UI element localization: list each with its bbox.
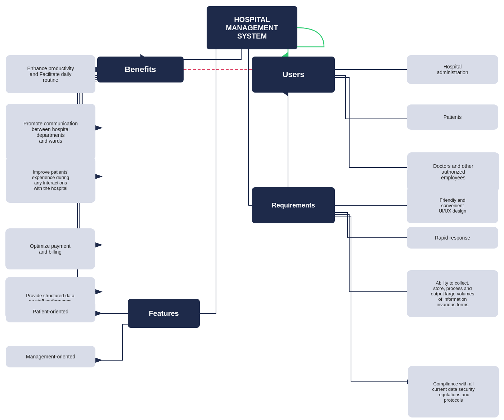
leaf-patients: Patients — [407, 104, 498, 130]
requirements-node: Requirements — [252, 187, 335, 223]
leaf-ability-collect: Ability to collect,store, process andout… — [407, 270, 498, 317]
leaf-hospital-admin: Hospitaladministration — [407, 55, 498, 84]
leaf-friendly-ui: Friendly andconvenientUI/UX design — [407, 187, 498, 223]
leaf-enhance: Enhance productivityand Facilitate daily… — [6, 55, 95, 93]
leaf-optimize: Optimize paymentand billing — [5, 228, 95, 269]
leaf-rapid-response: Rapid response — [407, 227, 498, 249]
leaf-patient-oriented: Patient-oriented — [6, 301, 95, 322]
leaf-improve: Improve patients'experience duringany in… — [6, 157, 95, 203]
leaf-promote: Promote communicationbetween hospitaldep… — [6, 104, 95, 160]
features-node: Features — [128, 299, 200, 328]
hms-node: HOSPITAL MANAGEMENT SYSTEM — [207, 6, 297, 49]
leaf-management-oriented: Management-oriented — [6, 346, 95, 367]
benefits-node: Benefits — [97, 57, 184, 82]
users-node: Users — [252, 57, 335, 93]
leaf-compliance: Compliance with allcurrent data security… — [408, 366, 499, 417]
leaf-doctors: Doctors and otherauthorizedemployees — [407, 152, 499, 191]
diagram: HOSPITAL MANAGEMENT SYSTEM Benefits User… — [0, 0, 504, 420]
